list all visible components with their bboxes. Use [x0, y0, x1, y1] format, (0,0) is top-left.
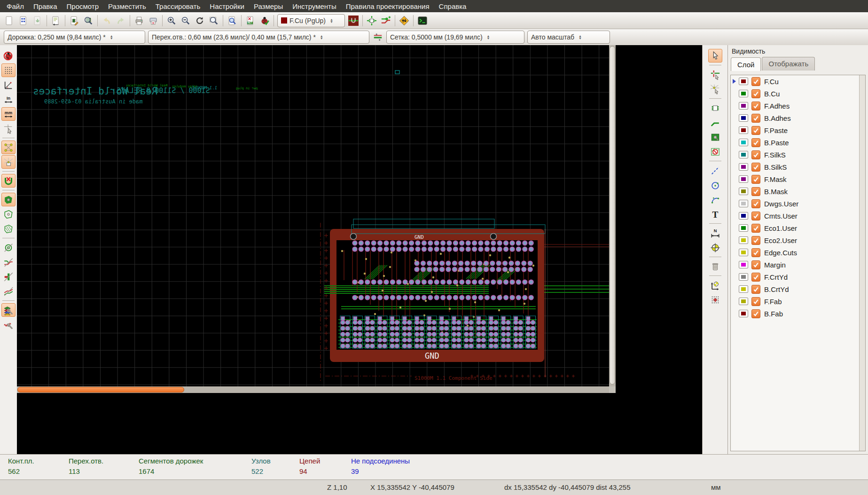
layer-selector-combo[interactable]: F.Cu (PgUp)▲▼	[277, 14, 345, 27]
combo-spinner[interactable]: ▲▼	[330, 18, 333, 23]
add-text-button[interactable]: T	[708, 207, 722, 221]
highlight-net-button[interactable]	[708, 68, 722, 81]
open-board-button[interactable]	[16, 14, 31, 27]
add-circle-button[interactable]	[708, 178, 722, 192]
local-ratsnest-button[interactable]	[708, 82, 722, 96]
layer-visibility-checkbox[interactable]	[751, 77, 760, 86]
layer-visibility-checkbox[interactable]	[751, 175, 760, 184]
layer-row-F.CrtYd[interactable]: F.CrtYd	[731, 271, 865, 283]
layer-row-B.Mask[interactable]: B.Mask	[731, 185, 865, 197]
layer-color-button[interactable]	[739, 249, 748, 256]
layer-color-button[interactable]	[739, 126, 748, 134]
layer-color-button[interactable]	[739, 151, 748, 158]
units-mm-button[interactable]: mm	[1, 107, 16, 121]
layer-visibility-checkbox[interactable]	[751, 138, 760, 147]
menu-item[interactable]: Правка	[29, 1, 62, 12]
track-width-combo[interactable]: Дорожка: 0,250 мм (9,84 милс) *▲▼	[4, 31, 145, 44]
tracks-sketch-button[interactable]	[1, 255, 16, 269]
tracks-outline-button[interactable]	[1, 284, 16, 298]
tab-Слой[interactable]: Слой	[731, 57, 761, 71]
zoom-redraw-button[interactable]	[193, 14, 207, 27]
via-layer-pair-button[interactable]	[346, 14, 360, 27]
layer-row-Dwgs.User[interactable]: Dwgs.User	[731, 197, 865, 210]
layer-visibility-checkbox[interactable]	[751, 212, 760, 220]
layer-visibility-checkbox[interactable]	[751, 273, 760, 282]
layer-visibility-checkbox[interactable]	[751, 102, 760, 110]
menu-item[interactable]: Файл	[2, 1, 29, 12]
layer-row-B.Cu[interactable]: B.Cu	[731, 87, 865, 100]
menu-item[interactable]: Настройки	[205, 1, 249, 12]
add-keepout-button[interactable]	[708, 145, 722, 158]
layer-color-button[interactable]	[739, 285, 748, 293]
footprint-mode-button[interactable]	[365, 14, 379, 27]
route-track-button[interactable]	[708, 116, 722, 129]
track-mode-button[interactable]	[379, 14, 393, 27]
pcb-canvas[interactable]: GNDGNDS1000M 1.1 Component Side Real Wor…	[17, 45, 609, 386]
layer-color-button[interactable]	[739, 188, 748, 195]
layer-visibility-checkbox[interactable]	[751, 114, 760, 123]
horizontal-scrollbar[interactable]	[17, 386, 609, 393]
layer-row-B.SilkS[interactable]: B.SilkS	[731, 161, 865, 173]
plot-button[interactable]	[146, 14, 160, 27]
tab-Отображать[interactable]: Отображать	[762, 57, 815, 71]
vertical-scrollbar-thumb[interactable]	[610, 46, 615, 385]
layer-visibility-checkbox[interactable]	[751, 297, 760, 306]
vias-sketch-button[interactable]	[1, 241, 16, 254]
add-zone-button[interactable]	[708, 130, 722, 144]
footprint-viewer-button[interactable]	[81, 14, 95, 27]
units-inch-button[interactable]: In	[1, 93, 16, 106]
add-footprint-button[interactable]	[708, 101, 722, 115]
drc-button[interactable]	[258, 14, 272, 27]
add-line-button[interactable]	[708, 164, 722, 177]
menu-item[interactable]: Справка	[434, 1, 471, 12]
layer-row-F.Fab[interactable]: F.Fab	[731, 295, 865, 307]
high-contrast-button[interactable]	[1, 270, 16, 283]
layer-row-B.Fab[interactable]: B.Fab	[731, 307, 865, 320]
layer-row-B.Paste[interactable]: B.Paste	[731, 136, 865, 149]
layer-color-button[interactable]	[739, 114, 748, 122]
layer-row-Eco1.User[interactable]: Eco1.User	[731, 222, 865, 234]
layer-visibility-checkbox[interactable]	[751, 150, 760, 159]
grid-visibility-button[interactable]	[1, 63, 16, 77]
zoom-out-button[interactable]	[179, 14, 193, 27]
layer-row-B.CrtYd[interactable]: B.CrtYd	[731, 283, 865, 295]
zoom-level-combo[interactable]: Авто масштаб▲▼	[527, 31, 610, 44]
layer-color-button[interactable]	[739, 90, 748, 97]
microwave-button[interactable]	[397, 14, 411, 27]
layers-manager-button[interactable]	[1, 303, 16, 317]
redo-button[interactable]	[114, 14, 128, 27]
delete-item-button[interactable]	[708, 259, 722, 273]
layer-color-button[interactable]	[739, 224, 748, 232]
tracks-vias-settings-button[interactable]	[371, 31, 385, 44]
menu-item[interactable]: Правила проектирования	[341, 1, 434, 12]
microwave-toolbar-button[interactable]	[1, 318, 16, 331]
layer-row-B.Adhes[interactable]: B.Adhes	[731, 112, 865, 124]
find-button[interactable]	[225, 14, 239, 27]
zoom-fit-button[interactable]	[207, 14, 221, 27]
select-tool-button[interactable]	[708, 49, 722, 63]
grid-size-combo[interactable]: Сетка: 0,5000 мм (19,69 милс)▲▼	[386, 31, 524, 44]
layer-visibility-checkbox[interactable]	[751, 248, 760, 257]
new-board-button[interactable]	[2, 14, 16, 27]
drc-off-button[interactable]	[1, 49, 16, 63]
show-ratsnest-button[interactable]	[1, 141, 16, 154]
layer-visibility-checkbox[interactable]	[751, 126, 760, 135]
combo-spinner[interactable]: ▲▼	[320, 35, 323, 39]
layer-visibility-checkbox[interactable]	[751, 236, 760, 245]
netlist-button[interactable]: NET	[243, 14, 258, 27]
layer-row-F.Paste[interactable]: F.Paste	[731, 124, 865, 136]
cursor-shape-button[interactable]	[1, 122, 16, 135]
menu-item[interactable]: Инструменты	[288, 1, 341, 12]
module-ratsnest-button[interactable]	[1, 155, 16, 169]
menu-item[interactable]: Просмотр	[62, 1, 104, 12]
print-button[interactable]	[132, 14, 146, 27]
save-board-button[interactable]	[31, 14, 45, 27]
layer-color-button[interactable]	[739, 200, 748, 207]
layer-visibility-checkbox[interactable]	[751, 260, 760, 269]
polar-coords-button[interactable]	[1, 78, 16, 92]
layer-row-Cmts.User[interactable]: Cmts.User	[731, 210, 865, 222]
drill-origin-button[interactable]	[708, 278, 722, 292]
layer-visibility-checkbox[interactable]	[751, 285, 760, 294]
layer-list-scrollbar[interactable]	[859, 75, 865, 451]
layer-visibility-checkbox[interactable]	[751, 224, 760, 233]
